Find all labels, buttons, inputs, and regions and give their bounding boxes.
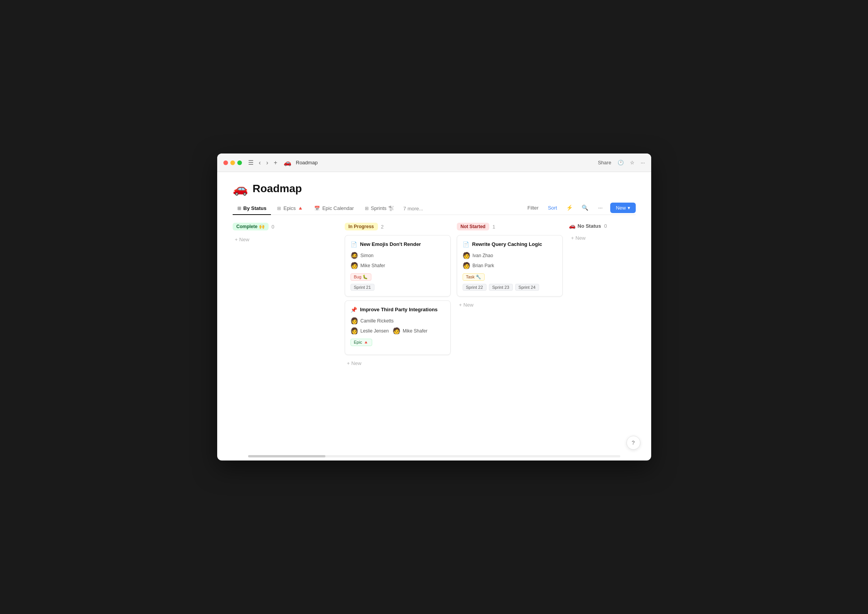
- card-new-emojis-title-row: 📄 New Emojis Don't Render: [351, 241, 445, 248]
- tab-sprints[interactable]: ⊞ Sprints 🐩: [360, 202, 399, 215]
- in-progress-count: 2: [381, 224, 384, 230]
- card-new-emojis-assignees: 🧔 Simon 🧑 Mike Shafer: [351, 252, 445, 269]
- scrollbar-thumb[interactable]: [248, 455, 325, 457]
- title-bar: ☰ ‹ › + 🚗 Roadmap Share 🕐 ☆ ···: [217, 154, 651, 172]
- complete-add-icon: +: [235, 237, 238, 242]
- assignee-ivan: 🧑 Ivan Zhao: [463, 252, 557, 259]
- navigation-controls: ☰ ‹ › +: [247, 158, 279, 167]
- card-rewrite-query-title-row: 📄 Rewrite Query Caching Logic: [463, 241, 557, 248]
- no-status-label: No Status: [578, 223, 601, 229]
- not-started-add-icon: +: [459, 302, 462, 308]
- card-rewrite-query-type-icon: 📄: [463, 241, 469, 247]
- complete-badge: Complete 🙌: [233, 223, 269, 230]
- history-icon[interactable]: 🕐: [618, 160, 624, 165]
- brian-name: Brian Park: [473, 263, 494, 268]
- tab-epics-icon: ⊞: [277, 206, 281, 211]
- assignee-brian: 🧑 Brian Park: [463, 262, 557, 269]
- sprint-21-tag: Sprint 21: [351, 284, 374, 291]
- complete-count: 0: [272, 224, 274, 230]
- new-button[interactable]: New ▾: [610, 203, 635, 213]
- card-rewrite-query-tags: Task 🔧: [463, 273, 557, 281]
- in-progress-add-new[interactable]: + New: [345, 359, 451, 368]
- leslie-name: Leslie Jensen: [361, 328, 389, 334]
- back-icon[interactable]: ‹: [257, 159, 262, 167]
- sidebar-toggle-icon[interactable]: ☰: [247, 158, 255, 167]
- task-tag: Task 🔧: [463, 273, 485, 281]
- card-rewrite-query-title: Rewrite Query Caching Logic: [472, 241, 542, 248]
- minimize-button[interactable]: [230, 160, 235, 165]
- camille-avatar: 👩: [351, 317, 358, 325]
- complete-add-new[interactable]: + New: [233, 235, 339, 244]
- sprint-23-tag: Sprint 23: [489, 284, 513, 291]
- ivan-avatar: 🧑: [463, 252, 470, 259]
- card-third-party-tags: Epic 🔺: [351, 339, 445, 346]
- mike-avatar-2: 🧑: [393, 327, 400, 335]
- card-new-emojis-tags: Bug 🐛: [351, 273, 445, 281]
- filter-button[interactable]: Filter: [525, 203, 541, 212]
- not-started-add-new[interactable]: + New: [457, 300, 563, 309]
- tabs-more[interactable]: 7 more...: [400, 203, 426, 215]
- new-button-chevron: ▾: [628, 205, 630, 211]
- tabs-bar: ⊞ By Status ⊞ Epics 🔺 📅 Epic Calendar ⊞ …: [233, 196, 636, 215]
- tabs-toolbar: Filter Sort ⚡ 🔍 ··· New ▾: [525, 202, 636, 215]
- tab-epic-calendar-icon: 📅: [314, 206, 320, 211]
- add-icon[interactable]: +: [272, 159, 279, 167]
- sort-button[interactable]: Sort: [546, 203, 560, 212]
- tab-by-status-label: By Status: [243, 205, 267, 211]
- options-icon[interactable]: ···: [595, 202, 606, 213]
- no-status-count: 0: [604, 223, 607, 229]
- sprint-22-tag: Sprint 22: [463, 284, 487, 291]
- help-label: ?: [632, 440, 635, 446]
- epic-tag: Epic 🔺: [351, 339, 372, 346]
- tab-by-status-icon: ⊞: [237, 206, 241, 211]
- bug-tag: Bug 🐛: [351, 273, 372, 281]
- assignee-leslie-mike: 👩 Leslie Jensen 🧑 Mike Shafer: [351, 327, 445, 335]
- no-status-add-new[interactable]: + New: [569, 234, 636, 242]
- sprint-24-tag: Sprint 24: [515, 284, 539, 291]
- assignee-camille: 👩 Camille Ricketts: [351, 317, 445, 325]
- forward-icon[interactable]: ›: [265, 159, 270, 167]
- maximize-button[interactable]: [237, 160, 242, 165]
- tab-epic-calendar[interactable]: 📅 Epic Calendar: [310, 202, 359, 215]
- tab-epic-calendar-label: Epic Calendar: [322, 205, 354, 211]
- lightning-icon[interactable]: ⚡: [564, 202, 575, 213]
- search-icon[interactable]: 🔍: [579, 202, 590, 213]
- card-new-emojis-type-icon: 📄: [351, 241, 357, 247]
- more-options-icon[interactable]: ···: [641, 160, 645, 165]
- brian-avatar: 🧑: [463, 262, 470, 269]
- card-third-party-title-row: 📌 Improve Third Party Integrations: [351, 306, 445, 313]
- titlebar-title: Roadmap: [296, 160, 318, 165]
- star-icon[interactable]: ☆: [630, 160, 635, 165]
- no-status-add-label: New: [575, 235, 585, 241]
- horizontal-scrollbar[interactable]: [248, 455, 620, 457]
- share-button[interactable]: Share: [598, 160, 611, 165]
- tab-by-status[interactable]: ⊞ By Status: [233, 202, 271, 215]
- column-no-status-header: 🚗 No Status 0: [569, 223, 636, 229]
- no-status-label-group: 🚗 No Status: [569, 223, 601, 229]
- page-title: Roadmap: [253, 182, 302, 195]
- close-button[interactable]: [223, 160, 228, 165]
- page-icon: 🚗: [284, 159, 291, 166]
- card-third-party[interactable]: 📌 Improve Third Party Integrations 👩 Cam…: [345, 300, 451, 355]
- complete-add-label: New: [239, 237, 249, 242]
- titlebar-right: Share 🕐 ☆ ···: [598, 160, 645, 165]
- in-progress-add-icon: +: [347, 360, 350, 366]
- new-button-label: New: [616, 205, 626, 211]
- tab-epics[interactable]: ⊞ Epics 🔺: [272, 202, 308, 215]
- column-not-started: Not Started 1 📄 Rewrite Query Caching Lo…: [457, 223, 569, 447]
- not-started-add-label: New: [463, 302, 473, 308]
- card-third-party-assignees: 👩 Camille Ricketts 👩 Leslie Jensen 🧑 Mik…: [351, 317, 445, 335]
- main-content: 🚗 Roadmap ⊞ By Status ⊞ Epics 🔺 📅 Epic C…: [217, 172, 651, 460]
- card-third-party-type-icon: 📌: [351, 307, 357, 313]
- column-complete: Complete 🙌 0 + New: [233, 223, 345, 447]
- card-new-emojis-sprints: Sprint 21: [351, 284, 445, 291]
- tab-sprints-label: Sprints 🐩: [371, 205, 394, 211]
- in-progress-badge: In Progress: [345, 223, 378, 230]
- help-button[interactable]: ?: [626, 436, 640, 450]
- card-new-emojis[interactable]: 📄 New Emojis Don't Render 🧔 Simon 🧑 Mike…: [345, 235, 451, 297]
- page-emoji: 🚗: [233, 181, 248, 196]
- mike-shafer-avatar: 🧑: [351, 262, 358, 269]
- simon-name: Simon: [361, 253, 374, 258]
- board: Complete 🙌 0 + New In Progress 2: [233, 215, 636, 455]
- card-rewrite-query[interactable]: 📄 Rewrite Query Caching Logic 🧑 Ivan Zha…: [457, 235, 563, 297]
